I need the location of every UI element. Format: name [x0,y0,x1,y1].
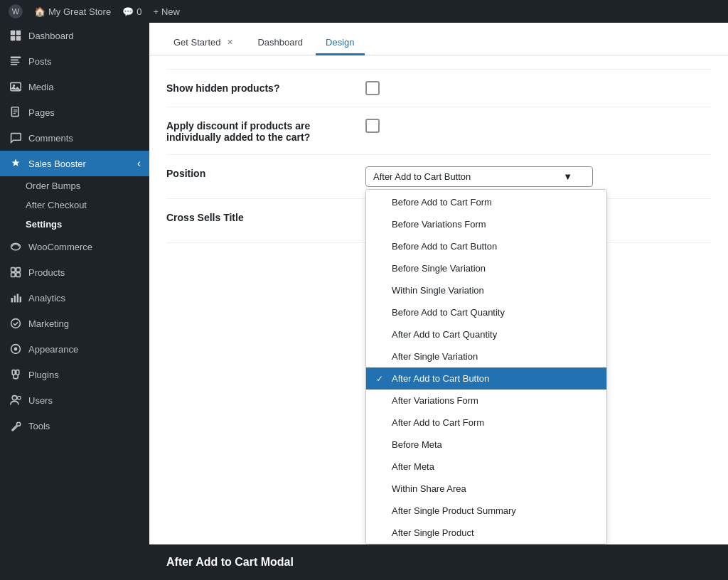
label-position: Position [166,166,365,179]
label-cross-sells: Cross Sells Title [166,210,365,223]
checkbox-apply-discount[interactable] [365,119,380,133]
svg-rect-17 [11,273,16,277]
sidebar-item-analytics[interactable]: Analytics [0,285,149,311]
dropdown-item-label: After Single Variation [392,351,478,362]
dropdown-item[interactable]: Before Single Variation [366,257,606,279]
svg-rect-15 [11,268,16,272]
tab-dashboard[interactable]: Dashboard [247,31,313,55]
form-row-enable-ajax: Enable AJAX for "Add Selected to Cart" b… [166,55,711,70]
svg-rect-22 [20,296,21,302]
products-icon [9,265,23,279]
dropdown-item-label: After Variations Form [392,395,478,406]
svg-rect-0 [11,31,15,35]
sidebar-item-sales-booster[interactable]: Sales Booster ‹ [0,151,149,176]
dropdown-item-label: After Add to Cart Button [392,373,489,384]
dropdown-item-label: Within Share Area [392,483,466,494]
sidebar-item-marketing[interactable]: Marketing [0,311,149,336]
position-select-button[interactable]: After Add to Cart Button ▼ [365,166,593,187]
tab-close-get-started[interactable]: ✕ [225,38,235,48]
tab-label-get-started: Get Started [173,37,220,48]
dropdown-item[interactable]: Before Meta [366,434,606,456]
dashboard-icon [9,28,23,43]
dropdown-item[interactable]: After Variations Form [366,390,606,412]
svg-rect-7 [11,64,18,65]
sidebar-item-settings[interactable]: Settings [0,215,149,234]
sidebar-item-products[interactable]: Products [0,259,149,285]
svg-rect-20 [14,296,16,303]
sidebar-item-woocommerce[interactable]: WooCommerce [0,234,149,259]
modal-bar-label: After Add to Cart Modal [166,556,294,568]
marketing-icon [9,316,23,331]
sidebar-item-users[interactable]: Users [0,387,149,413]
form-content: Hide Product if Already in Cart? Enable … [149,55,728,544]
svg-rect-2 [11,36,15,41]
sidebar: Dashboard Posts Media Pages Comments [0,23,149,580]
sidebar-label-woocommerce: WooCommerce [28,242,92,252]
control-show-hidden [365,81,711,95]
dropdown-item[interactable]: After Add to Cart Form [366,412,606,434]
tab-label-design: Design [326,37,354,48]
dropdown-item[interactable]: Before Add to Cart Button [366,235,606,257]
label-apply-discount: Apply discount if products are individua… [166,119,365,143]
sidebar-item-posts[interactable]: Posts [0,48,149,74]
dropdown-item[interactable]: Before Variations Form [366,213,606,235]
dropdown-item-label: Before Add to Cart Button [392,241,497,252]
dropdown-item-label: Before Add to Cart Quantity [392,307,505,318]
comments-icon [9,131,23,145]
dropdown-item[interactable]: After Single Product Summary [366,500,606,522]
svg-rect-5 [11,60,18,61]
sidebar-item-dashboard[interactable]: Dashboard [0,23,149,48]
svg-rect-18 [16,273,21,277]
sidebar-item-after-checkout[interactable]: After Checkout [0,195,149,215]
sidebar-label-sales-booster: Sales Booster [28,159,86,169]
dropdown-item[interactable]: After Meta [366,456,606,478]
position-select-wrapper: After Add to Cart Button ▼ Position Manu… [365,166,593,187]
control-apply-discount [365,119,711,133]
sidebar-label-tools: Tools [28,421,50,431]
sidebar-label-users: Users [28,395,53,406]
dropdown-item[interactable]: Within Single Variation [366,279,606,301]
svg-rect-6 [11,62,20,63]
comments-count[interactable]: 💬 0 [122,6,141,17]
admin-bar: W 🏠 My Great Store 💬 0 + New [0,0,728,23]
svg-point-23 [11,319,21,328]
dropdown-item[interactable]: Before Add to Cart Quantity [366,301,606,323]
position-dropdown[interactable]: Position Manually with ShortcodeBefore S… [365,189,607,544]
tab-design[interactable]: Design [316,31,364,55]
sidebar-item-tools[interactable]: Tools [0,413,149,439]
sidebar-submenu: Order Bumps After Checkout Settings [0,176,149,234]
checkbox-show-hidden[interactable] [365,81,380,95]
dropdown-item-label: Before Single Variation [392,263,486,274]
sidebar-item-order-bumps[interactable]: Order Bumps [0,176,149,195]
media-icon [9,80,23,94]
label-enable-ajax: Enable AJAX for "Add Selected to Cart" b… [166,55,365,58]
tab-label-dashboard: Dashboard [257,37,303,48]
sidebar-item-appearance[interactable]: Appearance [0,336,149,362]
wp-logo-icon[interactable]: W [9,4,23,18]
label-show-hidden: Show hidden products? [166,81,365,94]
svg-rect-21 [17,294,18,302]
dropdown-item[interactable]: After Add to Cart Quantity [366,323,606,345]
site-name[interactable]: 🏠 My Great Store [34,6,111,17]
svg-point-29 [17,396,21,399]
svg-point-25 [14,348,18,351]
analytics-icon [9,291,23,305]
sidebar-item-media[interactable]: Media [0,74,149,100]
dropdown-item[interactable]: After Single Product [366,522,606,544]
tab-get-started[interactable]: Get Started ✕ [164,31,245,55]
sidebar-item-pages[interactable]: Pages [0,100,149,125]
tools-icon [9,419,23,433]
dropdown-item[interactable]: Within Share Area [366,478,606,500]
plugins-icon [9,367,23,382]
content-area: Get Started ✕ Dashboard Design Hide Prod… [149,23,728,580]
dropdown-item[interactable]: After Single Variation [366,345,606,367]
dropdown-item[interactable]: Before Add to Cart Form [366,191,606,213]
dropdown-item-label: Before Variations Form [392,219,486,230]
sidebar-item-comments[interactable]: Comments [0,125,149,151]
dropdown-item-label: Before Add to Cart Form [392,197,492,208]
new-item[interactable]: + New [153,6,180,17]
dropdown-item[interactable]: ✓After Add to Cart Button [366,367,606,390]
dropdown-item-label: After Single Product Summary [392,505,516,516]
sidebar-item-plugins[interactable]: Plugins [0,362,149,387]
appearance-icon [9,342,23,356]
